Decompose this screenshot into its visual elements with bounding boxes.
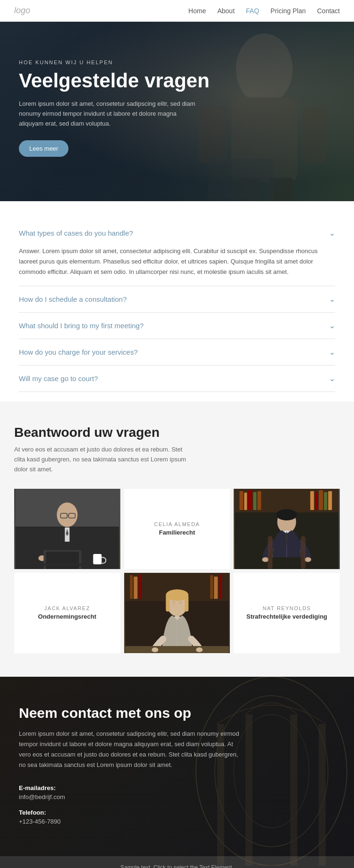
faq-section: What types of cases do you handle? ⌄ Ans… [0, 201, 354, 401]
nav-contact[interactable]: Contact [317, 7, 340, 15]
svg-point-53 [172, 601, 175, 604]
contact-content: Neem contact met ons op Lorem ipsum dolo… [19, 705, 335, 825]
person-silhouette-1 [14, 489, 120, 569]
svg-rect-48 [219, 574, 222, 599]
faq-question-4[interactable]: How do you charge for your services? ⌄ [19, 339, 335, 365]
team-photo-3 [124, 573, 230, 653]
team-role-nat: Strafrechtelijke verdediging [242, 613, 332, 620]
nav-home[interactable]: Home [188, 7, 206, 15]
team-photo-card-3 [124, 573, 230, 653]
svg-rect-43 [130, 575, 133, 599]
team-name-nat: NAT REYNOLDS [258, 605, 316, 611]
faq-item-3: What should I bring to my first meeting?… [19, 313, 335, 339]
chevron-down-icon-5: ⌄ [329, 374, 335, 383]
hero-pretitle: HOE KUNNEN WIJ U HELPEN [19, 60, 217, 65]
faq-answer-1: Answer. Lorem ipsum dolor sit amet, cons… [19, 246, 335, 286]
svg-rect-32 [324, 492, 328, 510]
svg-rect-40 [301, 536, 306, 569]
svg-rect-31 [319, 490, 323, 510]
svg-rect-47 [214, 577, 218, 599]
faq-item-2: How do I schedule a consultation? ⌄ [19, 286, 335, 313]
faq-question-5[interactable]: Will my case go to court? ⌄ [19, 366, 335, 391]
hero-button[interactable]: Lees meer [19, 140, 68, 157]
svg-point-38 [305, 557, 312, 562]
faq-item-1: What types of cases do you handle? ⌄ Ans… [19, 220, 335, 286]
faq-question-3[interactable]: What should I bring to my first meeting?… [19, 313, 335, 339]
svg-point-35 [277, 509, 297, 520]
svg-point-56 [152, 647, 158, 652]
faq-question-text-4: How do you charge for your services? [19, 348, 138, 356]
logo: logo [14, 6, 30, 16]
person-silhouette-2 [234, 489, 340, 569]
team-section: Beantwoord uw vragen At vero eos et accu… [0, 401, 354, 676]
svg-rect-29 [311, 491, 314, 510]
svg-rect-19 [34, 563, 91, 566]
svg-rect-45 [138, 574, 142, 599]
faq-question-text-1: What types of cases do you handle? [19, 229, 133, 237]
chevron-down-icon-3: ⌄ [329, 321, 335, 330]
svg-rect-27 [253, 492, 257, 510]
svg-rect-44 [134, 577, 137, 599]
svg-rect-61 [217, 724, 224, 866]
team-info-card-nat: NAT REYNOLDS Strafrechtelijke verdedigin… [234, 573, 340, 653]
team-info-card-jack: JACK ALVAREZ Ondernemingsrecht [14, 573, 120, 653]
svg-rect-64 [319, 724, 326, 866]
svg-point-59 [215, 696, 328, 847]
svg-rect-7 [198, 199, 283, 201]
team-role-jack: Ondernemingsrecht [34, 613, 101, 620]
svg-rect-51 [166, 595, 169, 612]
nav-about[interactable]: About [217, 7, 235, 15]
contact-decoration [189, 677, 354, 866]
nav-faq[interactable]: FAQ [246, 7, 259, 15]
team-info-card-celia: CELIA ALMEDA Familierecht [124, 489, 230, 569]
hero-title: Veelgestelde vragen [19, 70, 217, 92]
svg-rect-30 [315, 493, 318, 510]
team-name-celia: CELIA ALMEDA [150, 521, 205, 527]
team-section-title: Beantwoord uw vragen [14, 425, 340, 440]
chevron-down-icon-4: ⌄ [329, 348, 335, 357]
chevron-down-icon-2: ⌄ [329, 295, 335, 304]
svg-rect-24 [240, 491, 244, 510]
svg-point-57 [196, 647, 202, 652]
svg-rect-33 [329, 491, 332, 510]
faq-question-text-2: How do I schedule a consultation? [19, 295, 126, 303]
svg-point-54 [179, 601, 182, 604]
svg-rect-3 [302, 107, 326, 163]
svg-point-0 [236, 34, 293, 104]
svg-rect-20 [93, 554, 101, 564]
team-photo-card-2 [234, 489, 340, 569]
team-photo-card-1 [14, 489, 120, 569]
svg-rect-63 [290, 715, 297, 866]
faq-item-5: Will my case go to court? ⌄ [19, 366, 335, 392]
svg-rect-52 [185, 595, 188, 612]
svg-rect-62 [245, 715, 253, 866]
hero-description: Lorem ipsum dolor sit amet, consetetur s… [19, 99, 198, 128]
svg-rect-55 [125, 646, 229, 653]
chevron-down-icon: ⌄ [329, 229, 335, 238]
contact-section: Neem contact met ons op Lorem ipsum dolo… [0, 677, 354, 856]
faq-question-1[interactable]: What types of cases do you handle? ⌄ [19, 220, 335, 246]
faq-question-text-5: Will my case go to court? [19, 374, 98, 383]
svg-point-37 [262, 557, 269, 562]
faq-question-text-3: What should I bring to my first meeting? [19, 322, 143, 330]
faq-question-2[interactable]: How do I schedule a consultation? ⌄ [19, 286, 335, 312]
svg-rect-25 [244, 493, 247, 510]
svg-rect-46 [210, 575, 213, 599]
nav-pricing[interactable]: Pricing Plan [270, 7, 306, 15]
team-photo-1 [14, 489, 120, 569]
faq-item-4: How do you charge for your services? ⌄ [19, 339, 335, 366]
hero-section: HOE KUNNEN WIJ U HELPEN Veelgestelde vra… [0, 22, 354, 201]
nav-links: Home About FAQ Pricing Plan Contact [188, 7, 340, 15]
svg-point-60 [234, 715, 309, 828]
navigation: logo Home About FAQ Pricing Plan Contact [0, 0, 354, 22]
team-grid: CELIA ALMEDA Familierecht [14, 489, 340, 653]
svg-rect-18 [46, 552, 79, 569]
svg-rect-28 [258, 491, 261, 510]
svg-rect-26 [248, 490, 253, 510]
hero-content: HOE KUNNEN WIJ U HELPEN Veelgestelde vra… [0, 22, 236, 176]
team-role-celia: Familierecht [154, 529, 200, 536]
team-section-description: At vero eos et accusam et justo duo dolo… [14, 445, 194, 474]
team-name-jack: JACK ALVAREZ [40, 605, 95, 611]
person-silhouette-3 [124, 573, 230, 653]
svg-rect-39 [268, 536, 273, 569]
